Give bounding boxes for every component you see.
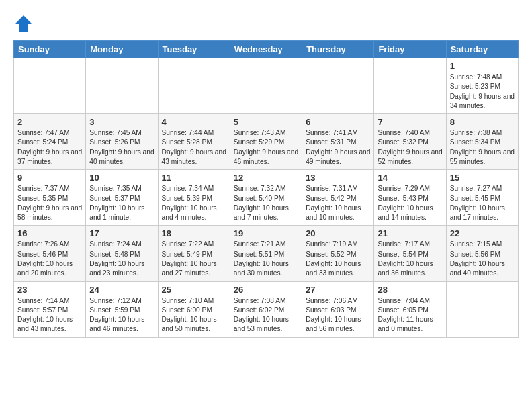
- calendar-cell: 6Sunrise: 7:41 AM Sunset: 5:31 PM Daylig…: [302, 114, 374, 170]
- day-info: Sunrise: 7:32 AM Sunset: 5:40 PM Dayligh…: [234, 184, 298, 222]
- calendar-cell: [374, 58, 446, 114]
- calendar-cell: 7Sunrise: 7:40 AM Sunset: 5:32 PM Daylig…: [374, 114, 446, 170]
- day-info: Sunrise: 7:22 AM Sunset: 5:49 PM Dayligh…: [162, 240, 226, 278]
- day-info: Sunrise: 7:48 AM Sunset: 5:23 PM Dayligh…: [450, 73, 515, 111]
- day-number: 9: [17, 173, 82, 183]
- day-info: Sunrise: 7:04 AM Sunset: 6:05 PM Dayligh…: [378, 296, 442, 334]
- day-info: Sunrise: 7:44 AM Sunset: 5:28 PM Dayligh…: [162, 128, 226, 167]
- page-header: [13, 13, 519, 34]
- calendar-cell: [86, 58, 158, 114]
- day-number: 3: [89, 117, 154, 127]
- calendar-cell: 13Sunrise: 7:31 AM Sunset: 5:42 PM Dayli…: [302, 170, 374, 226]
- day-number: 26: [234, 285, 298, 295]
- calendar-cell: 23Sunrise: 7:14 AM Sunset: 5:57 PM Dayli…: [14, 281, 86, 337]
- day-info: Sunrise: 7:08 AM Sunset: 6:02 PM Dayligh…: [234, 296, 298, 334]
- day-header-thursday: Thursday: [302, 41, 374, 58]
- day-info: Sunrise: 7:26 AM Sunset: 5:46 PM Dayligh…: [17, 240, 82, 278]
- day-number: 21: [378, 228, 442, 238]
- calendar-cell: 24Sunrise: 7:12 AM Sunset: 5:59 PM Dayli…: [86, 281, 158, 337]
- day-info: Sunrise: 7:35 AM Sunset: 5:37 PM Dayligh…: [89, 184, 154, 222]
- calendar-cell: 1Sunrise: 7:48 AM Sunset: 5:23 PM Daylig…: [446, 58, 518, 114]
- calendar-week-row: 2Sunrise: 7:47 AM Sunset: 5:24 PM Daylig…: [14, 114, 519, 170]
- calendar-cell: [14, 58, 86, 114]
- day-number: 20: [306, 228, 370, 238]
- day-number: 28: [378, 285, 442, 295]
- day-info: Sunrise: 7:15 AM Sunset: 5:56 PM Dayligh…: [450, 240, 515, 278]
- calendar-cell: 22Sunrise: 7:15 AM Sunset: 5:56 PM Dayli…: [446, 226, 518, 281]
- day-number: 6: [306, 117, 370, 127]
- day-header-friday: Friday: [374, 41, 446, 58]
- day-number: 22: [450, 228, 515, 238]
- day-number: 18: [162, 228, 226, 238]
- calendar-cell: 28Sunrise: 7:04 AM Sunset: 6:05 PM Dayli…: [374, 281, 446, 337]
- day-number: 10: [89, 173, 154, 183]
- day-info: Sunrise: 7:27 AM Sunset: 5:45 PM Dayligh…: [450, 184, 515, 222]
- day-info: Sunrise: 7:10 AM Sunset: 6:00 PM Dayligh…: [162, 296, 226, 334]
- calendar-cell: 11Sunrise: 7:34 AM Sunset: 5:39 PM Dayli…: [158, 170, 230, 226]
- day-number: 16: [17, 228, 82, 238]
- calendar-cell: 10Sunrise: 7:35 AM Sunset: 5:37 PM Dayli…: [86, 170, 158, 226]
- day-number: 23: [17, 285, 82, 295]
- day-info: Sunrise: 7:41 AM Sunset: 5:31 PM Dayligh…: [306, 128, 370, 167]
- day-header-wednesday: Wednesday: [230, 41, 302, 58]
- day-info: Sunrise: 7:34 AM Sunset: 5:39 PM Dayligh…: [162, 184, 226, 222]
- day-number: 12: [234, 173, 298, 183]
- calendar-cell: 25Sunrise: 7:10 AM Sunset: 6:00 PM Dayli…: [158, 281, 230, 337]
- calendar-cell: 3Sunrise: 7:45 AM Sunset: 5:26 PM Daylig…: [86, 114, 158, 170]
- day-info: Sunrise: 7:19 AM Sunset: 5:52 PM Dayligh…: [306, 240, 370, 278]
- calendar-cell: [302, 58, 374, 114]
- calendar-cell: [446, 281, 518, 337]
- day-number: 8: [450, 117, 515, 127]
- day-number: 24: [89, 285, 154, 295]
- day-info: Sunrise: 7:37 AM Sunset: 5:35 PM Dayligh…: [17, 184, 82, 222]
- day-info: Sunrise: 7:38 AM Sunset: 5:34 PM Dayligh…: [450, 128, 515, 167]
- day-number: 5: [234, 117, 298, 127]
- day-info: Sunrise: 7:40 AM Sunset: 5:32 PM Dayligh…: [378, 128, 442, 167]
- calendar-cell: 2Sunrise: 7:47 AM Sunset: 5:24 PM Daylig…: [14, 114, 86, 170]
- calendar-cell: 9Sunrise: 7:37 AM Sunset: 5:35 PM Daylig…: [14, 170, 86, 226]
- day-header-saturday: Saturday: [446, 41, 518, 58]
- day-info: Sunrise: 7:29 AM Sunset: 5:43 PM Dayligh…: [378, 184, 442, 222]
- day-info: Sunrise: 7:06 AM Sunset: 6:03 PM Dayligh…: [306, 296, 370, 334]
- calendar-cell: 21Sunrise: 7:17 AM Sunset: 5:54 PM Dayli…: [374, 226, 446, 281]
- day-number: 2: [17, 117, 82, 127]
- calendar-cell: 4Sunrise: 7:44 AM Sunset: 5:28 PM Daylig…: [158, 114, 230, 170]
- calendar-cell: 12Sunrise: 7:32 AM Sunset: 5:40 PM Dayli…: [230, 170, 302, 226]
- day-info: Sunrise: 7:21 AM Sunset: 5:51 PM Dayligh…: [234, 240, 298, 278]
- day-info: Sunrise: 7:45 AM Sunset: 5:26 PM Dayligh…: [89, 128, 154, 167]
- day-number: 19: [234, 228, 298, 238]
- calendar-cell: 15Sunrise: 7:27 AM Sunset: 5:45 PM Dayli…: [446, 170, 518, 226]
- calendar-cell: 19Sunrise: 7:21 AM Sunset: 5:51 PM Dayli…: [230, 226, 302, 281]
- day-header-sunday: Sunday: [14, 41, 86, 58]
- day-header-monday: Monday: [86, 41, 158, 58]
- calendar-cell: 26Sunrise: 7:08 AM Sunset: 6:02 PM Dayli…: [230, 281, 302, 337]
- calendar-week-row: 23Sunrise: 7:14 AM Sunset: 5:57 PM Dayli…: [14, 281, 519, 337]
- day-info: Sunrise: 7:24 AM Sunset: 5:48 PM Dayligh…: [89, 240, 154, 278]
- logo-icon: [13, 13, 34, 34]
- calendar-week-row: 16Sunrise: 7:26 AM Sunset: 5:46 PM Dayli…: [14, 226, 519, 281]
- calendar-cell: 14Sunrise: 7:29 AM Sunset: 5:43 PM Dayli…: [374, 170, 446, 226]
- calendar-cell: 27Sunrise: 7:06 AM Sunset: 6:03 PM Dayli…: [302, 281, 374, 337]
- day-info: Sunrise: 7:14 AM Sunset: 5:57 PM Dayligh…: [17, 296, 82, 334]
- logo: [13, 13, 36, 34]
- svg-marker-0: [15, 15, 32, 32]
- day-number: 4: [162, 117, 226, 127]
- day-number: 13: [306, 173, 370, 183]
- calendar-cell: [158, 58, 230, 114]
- calendar-cell: 17Sunrise: 7:24 AM Sunset: 5:48 PM Dayli…: [86, 226, 158, 281]
- calendar-cell: 5Sunrise: 7:43 AM Sunset: 5:29 PM Daylig…: [230, 114, 302, 170]
- day-info: Sunrise: 7:12 AM Sunset: 5:59 PM Dayligh…: [89, 296, 154, 334]
- day-info: Sunrise: 7:31 AM Sunset: 5:42 PM Dayligh…: [306, 184, 370, 222]
- calendar-cell: 18Sunrise: 7:22 AM Sunset: 5:49 PM Dayli…: [158, 226, 230, 281]
- day-number: 15: [450, 173, 515, 183]
- day-number: 17: [89, 228, 154, 238]
- day-info: Sunrise: 7:43 AM Sunset: 5:29 PM Dayligh…: [234, 128, 298, 167]
- calendar-week-row: 9Sunrise: 7:37 AM Sunset: 5:35 PM Daylig…: [14, 170, 519, 226]
- calendar-cell: [230, 58, 302, 114]
- calendar-table: SundayMondayTuesdayWednesdayThursdayFrid…: [13, 40, 519, 338]
- day-number: 14: [378, 173, 442, 183]
- day-number: 11: [162, 173, 226, 183]
- calendar-header-row: SundayMondayTuesdayWednesdayThursdayFrid…: [14, 41, 519, 58]
- day-number: 25: [162, 285, 226, 295]
- calendar-week-row: 1Sunrise: 7:48 AM Sunset: 5:23 PM Daylig…: [14, 58, 519, 114]
